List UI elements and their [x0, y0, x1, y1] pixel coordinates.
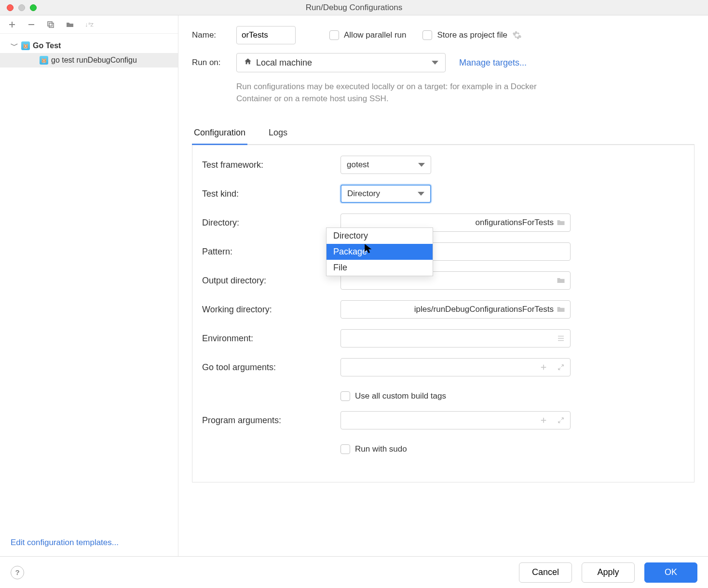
- run-on-label: Run on:: [192, 58, 236, 67]
- go-tool-arguments-input[interactable]: [340, 358, 571, 376]
- directory-label: Directory:: [202, 218, 340, 228]
- caret-down-icon: [418, 192, 424, 196]
- environment-input[interactable]: [340, 329, 571, 347]
- test-framework-dropdown[interactable]: gotest: [340, 156, 431, 174]
- store-as-project-file-checkbox[interactable]: Store as project file: [422, 26, 507, 44]
- program-arguments-row: Program arguments:: [202, 411, 684, 429]
- titlebar: Run/Debug Configurations: [0, 0, 708, 15]
- ok-button[interactable]: OK: [644, 562, 697, 583]
- sort-alpha-icon[interactable]: ↓ᵃz: [85, 20, 94, 29]
- test-kind-value: Directory: [347, 189, 380, 199]
- tab-logs[interactable]: Logs: [267, 124, 289, 145]
- browse-folder-icon[interactable]: [554, 274, 568, 287]
- plus-icon[interactable]: [536, 414, 551, 427]
- manage-targets-link[interactable]: Manage targets...: [459, 58, 527, 68]
- copy-icon[interactable]: [46, 20, 55, 29]
- tree-group-label: Go Test: [33, 41, 61, 50]
- gear-icon[interactable]: [512, 30, 522, 40]
- svg-rect-0: [48, 22, 52, 26]
- edit-templates-link[interactable]: Edit configuration templates...: [11, 538, 119, 547]
- test-kind-option-package[interactable]: Package: [327, 244, 433, 260]
- tree-item-label: go test runDebugConfigu: [51, 56, 137, 65]
- run-with-sudo-input[interactable]: [340, 444, 350, 454]
- go-gopher-icon: 🐹: [40, 56, 48, 65]
- config-tree: ﹀ 🐹 Go Test 🐹 go test runDebugConfigu: [0, 34, 178, 532]
- configuration-tab-content: Test framework: gotest Test kind: Direct…: [192, 145, 694, 482]
- list-icon[interactable]: [554, 332, 568, 345]
- run-on-row: Run on: Local machine Manage targets...: [192, 53, 694, 72]
- name-row: Name: Allow parallel run Store as projec…: [192, 26, 694, 44]
- use-all-custom-build-tags-row: Use all custom build tags: [202, 387, 684, 405]
- svg-rect-1: [49, 23, 54, 27]
- test-kind-row: Test kind: Directory: [202, 185, 684, 203]
- environment-row: Environment:: [202, 329, 684, 347]
- run-on-value: Local machine: [256, 58, 312, 68]
- cancel-button[interactable]: Cancel: [519, 562, 572, 583]
- pattern-row: Pattern:: [202, 242, 684, 261]
- test-kind-option-file[interactable]: File: [327, 260, 433, 276]
- test-framework-value: gotest: [347, 160, 369, 170]
- tabs: Configuration Logs: [192, 124, 694, 145]
- plus-icon[interactable]: [536, 361, 551, 374]
- run-with-sudo-checkbox[interactable]: Run with sudo: [340, 440, 407, 458]
- use-all-custom-build-tags-label: Use all custom build tags: [355, 391, 446, 401]
- use-all-custom-build-tags-input[interactable]: [340, 391, 350, 401]
- tree-item-go-test-config[interactable]: 🐹 go test runDebugConfigu: [0, 53, 178, 67]
- caret-down-icon: [418, 163, 425, 167]
- working-directory-value: iples/runDebugConfigurationsForTests: [347, 305, 554, 314]
- test-kind-option-directory[interactable]: Directory: [327, 228, 433, 244]
- pattern-label: Pattern:: [202, 247, 340, 257]
- add-icon[interactable]: [8, 20, 16, 29]
- store-as-project-file-input[interactable]: [422, 30, 432, 40]
- test-kind-dropdown[interactable]: Directory: [340, 185, 431, 203]
- folder-icon[interactable]: [66, 20, 74, 29]
- run-on-hint: Run configurations may be executed local…: [236, 81, 574, 105]
- program-arguments-label: Program arguments:: [202, 415, 340, 426]
- test-kind-label: Test kind:: [202, 189, 340, 199]
- main-panel: Name: Allow parallel run Store as projec…: [178, 15, 708, 556]
- directory-value: onfigurationsForTests: [347, 218, 554, 227]
- test-framework-label: Test framework:: [202, 160, 340, 170]
- test-framework-row: Test framework: gotest: [202, 156, 684, 174]
- sidebar-footer: Edit configuration templates...: [0, 532, 178, 556]
- test-kind-dropdown-popup: Directory Package File: [326, 227, 433, 276]
- browse-folder-icon[interactable]: [554, 303, 568, 316]
- mouse-cursor-icon: [364, 243, 374, 256]
- use-all-custom-build-tags-checkbox[interactable]: Use all custom build tags: [340, 387, 446, 405]
- store-as-project-file-label: Store as project file: [437, 30, 507, 40]
- run-with-sudo-row: Run with sudo: [202, 440, 684, 458]
- run-on-dropdown[interactable]: Local machine: [236, 53, 446, 72]
- go-gopher-icon: 🐹: [21, 41, 30, 50]
- bottom-bar: ? Cancel Apply OK: [0, 557, 708, 588]
- home-icon: [244, 57, 252, 68]
- caret-down-icon: [432, 61, 438, 65]
- go-tool-arguments-label: Go tool arguments:: [202, 362, 340, 373]
- dialog-buttons: Cancel Apply OK: [519, 562, 697, 583]
- name-label: Name:: [192, 30, 236, 40]
- apply-button[interactable]: Apply: [582, 562, 635, 583]
- expand-icon[interactable]: [554, 361, 568, 374]
- window-title: Run/Debug Configurations: [0, 3, 708, 13]
- output-directory-label: Output directory:: [202, 276, 340, 286]
- working-directory-row: Working directory: iples/runDebugConfigu…: [202, 300, 684, 319]
- program-arguments-input[interactable]: [340, 411, 571, 429]
- expand-icon[interactable]: [554, 414, 568, 427]
- browse-folder-icon[interactable]: [554, 216, 568, 229]
- directory-row: Directory: onfigurationsForTests: [202, 214, 684, 232]
- tree-group-go-test[interactable]: ﹀ 🐹 Go Test: [0, 39, 178, 53]
- working-directory-input[interactable]: iples/runDebugConfigurationsForTests: [340, 300, 571, 319]
- remove-icon[interactable]: [27, 20, 36, 29]
- tab-configuration[interactable]: Configuration: [192, 124, 247, 145]
- allow-parallel-run-checkbox[interactable]: Allow parallel run: [329, 26, 406, 44]
- working-directory-label: Working directory:: [202, 305, 340, 315]
- help-button[interactable]: ?: [11, 566, 24, 579]
- content: ↓ᵃz ﹀ 🐹 Go Test 🐹 go test runDebugConfig…: [0, 15, 708, 557]
- sidebar-toolbar: ↓ᵃz: [0, 15, 178, 34]
- allow-parallel-run-label: Allow parallel run: [344, 30, 406, 40]
- chevron-down-icon: ﹀: [11, 41, 18, 51]
- environment-label: Environment:: [202, 334, 340, 344]
- go-tool-arguments-row: Go tool arguments:: [202, 358, 684, 376]
- name-input[interactable]: [236, 26, 296, 44]
- allow-parallel-run-input[interactable]: [329, 30, 339, 40]
- run-with-sudo-label: Run with sudo: [355, 444, 407, 454]
